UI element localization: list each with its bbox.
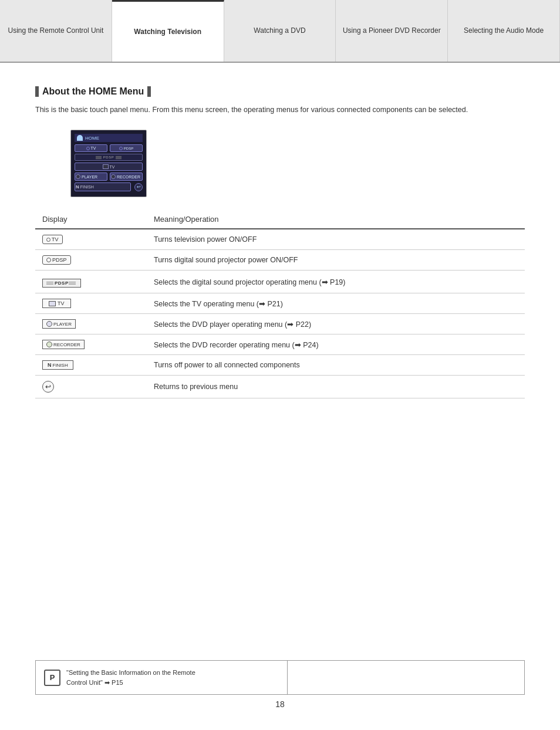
disc-icon bbox=[46, 321, 52, 327]
display-cell-finish: N FINISH bbox=[35, 355, 147, 376]
tv-screen-icon bbox=[49, 301, 56, 306]
tab-remote-control[interactable]: Using the Remote Control Unit bbox=[0, 0, 112, 62]
tab-audio-mode[interactable]: Selecting the Audio Mode bbox=[448, 0, 560, 62]
table-header-row: Display Meaning/Operation bbox=[35, 211, 525, 229]
col-display: Display bbox=[35, 211, 147, 229]
meaning-cell-back: Returns to previous menu bbox=[147, 376, 525, 398]
circle-icon bbox=[46, 258, 51, 262]
static-lines-right bbox=[69, 282, 76, 285]
section-heading: About the HOME Menu bbox=[35, 86, 525, 97]
finish-btn-img: N FINISH bbox=[75, 182, 131, 191]
home-menu-image: HOME TV PDSP PDSP bbox=[70, 130, 147, 197]
table-row: TV Turns television power ON/OFF bbox=[35, 229, 525, 250]
display-cell-pdsp-power: PDSP bbox=[35, 250, 147, 271]
meaning-cell-tv-power: Turns television power ON/OFF bbox=[147, 229, 525, 250]
recorder-icon: RECORDER bbox=[42, 340, 85, 349]
tv-menu-icon: TV bbox=[42, 299, 71, 308]
tv-menu-btn-img: TV bbox=[75, 163, 143, 171]
col-meaning: Meaning/Operation bbox=[147, 211, 525, 229]
home-icon bbox=[77, 135, 83, 141]
back-btn-img: ↩ bbox=[134, 183, 143, 191]
display-cell-tv-menu: TV bbox=[35, 293, 147, 314]
tab-watching-dvd[interactable]: Watching a DVD bbox=[224, 0, 336, 62]
display-cell-player: PLAYER bbox=[35, 314, 147, 334]
table-row: ↩ Returns to previous menu bbox=[35, 376, 525, 398]
main-content: About the HOME Menu This is the basic to… bbox=[0, 63, 560, 422]
heading-bar-right bbox=[147, 86, 151, 97]
section-title: About the HOME Menu bbox=[42, 86, 144, 97]
circle-icon bbox=[46, 238, 50, 242]
footer-note-text: "Setting the Basic Information on the Re… bbox=[66, 668, 195, 687]
menu-row-1: TV PDSP bbox=[75, 144, 143, 152]
table-row: TV Selects the TV operating menu (➡ P21) bbox=[35, 293, 525, 314]
pdsp-power-icon: PDSP bbox=[42, 255, 71, 265]
player-btn-img: PLAYER bbox=[75, 173, 107, 181]
p-icon: P bbox=[44, 670, 60, 686]
player-icon: PLAYER bbox=[42, 319, 76, 329]
table-row: RECORDER Selects the DVD recorder operat… bbox=[35, 334, 525, 355]
n-logo: N bbox=[48, 362, 52, 368]
tab-watching-tv[interactable]: Watching Television bbox=[112, 0, 224, 62]
back-arrow-icon: ↩ bbox=[42, 381, 54, 393]
menu-title-bar: HOME bbox=[75, 134, 143, 142]
menu-title-text: HOME bbox=[85, 136, 99, 141]
meaning-cell-finish: Turns off power to all connected compone… bbox=[147, 355, 525, 376]
section-description: This is the basic touch panel menu. From… bbox=[35, 104, 525, 116]
table-row: N FINISH Turns off power to all connecte… bbox=[35, 355, 525, 376]
tv-power-icon: TV bbox=[42, 235, 63, 244]
table-row: PDSP Selects the digital sound projector… bbox=[35, 271, 525, 293]
info-table: Display Meaning/Operation TV Turns telev… bbox=[35, 211, 525, 398]
page-number: 18 bbox=[0, 690, 560, 718]
static-lines-left bbox=[46, 282, 53, 285]
tv-power-btn-img: TV bbox=[75, 144, 107, 152]
meaning-cell-pdsp-menu: Selects the digital sound projector oper… bbox=[147, 271, 525, 293]
meaning-cell-tv-menu: Selects the TV operating menu (➡ P21) bbox=[147, 293, 525, 314]
display-cell-tv-power: TV bbox=[35, 229, 147, 250]
finish-icon: N FINISH bbox=[42, 360, 73, 370]
recorder-btn-img: RECORDER bbox=[110, 173, 143, 181]
table-row: PLAYER Selects the DVD player operating … bbox=[35, 314, 525, 334]
pdsp-power-btn-img: PDSP bbox=[110, 144, 143, 152]
pdsp-menu-btn-img: PDSP bbox=[75, 154, 143, 161]
meaning-cell-recorder: Selects the DVD recorder operating menu … bbox=[147, 334, 525, 355]
menu-row-2: PDSP bbox=[75, 154, 143, 161]
display-cell-recorder: RECORDER bbox=[35, 334, 147, 355]
heading-bar-left bbox=[35, 86, 39, 97]
menu-row-5: N FINISH ↩ bbox=[75, 182, 143, 191]
display-cell-pdsp-menu: PDSP bbox=[35, 271, 147, 293]
disc-icon-2 bbox=[46, 342, 52, 347]
meaning-cell-pdsp-power: Turns digital sound projector power ON/O… bbox=[147, 250, 525, 271]
pdsp-menu-icon: PDSP bbox=[42, 279, 81, 288]
display-cell-back: ↩ bbox=[35, 376, 147, 398]
table-row: PDSP Turns digital sound projector power… bbox=[35, 250, 525, 271]
menu-row-4: PLAYER RECORDER bbox=[75, 173, 143, 181]
tab-pioneer-dvd[interactable]: Using a Pioneer DVD Recorder bbox=[336, 0, 448, 62]
meaning-cell-player: Selects the DVD player operating menu (➡… bbox=[147, 314, 525, 334]
menu-row-3: TV bbox=[75, 163, 143, 171]
navigation-tabs: Using the Remote Control Unit Watching T… bbox=[0, 0, 560, 63]
